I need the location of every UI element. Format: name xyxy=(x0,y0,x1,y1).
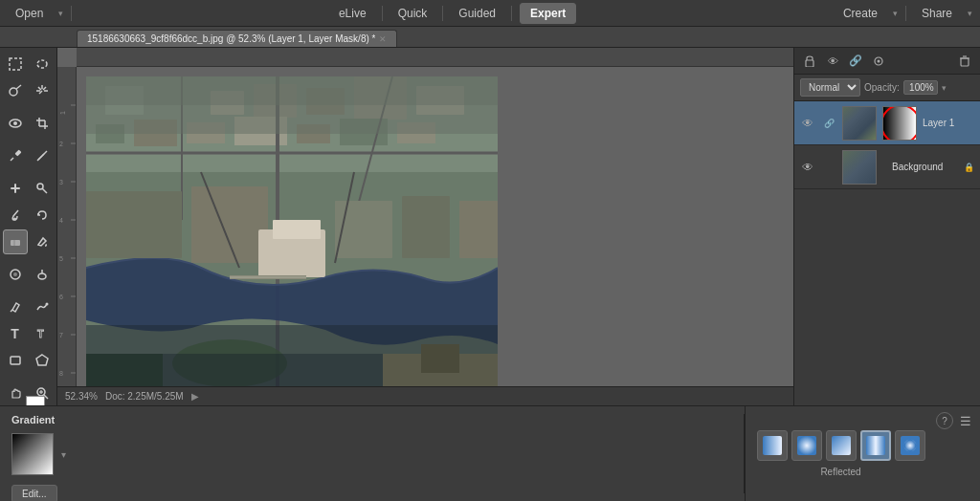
gradient-type-buttons xyxy=(757,430,925,461)
canvas-area[interactable]: -30 -20 -10 0 10 20 30 xyxy=(57,48,793,405)
layer-bg-eye[interactable]: 👁 xyxy=(800,160,815,175)
tool-row-6 xyxy=(3,203,55,228)
menu-quick[interactable]: Quick xyxy=(390,4,435,23)
shape-tool[interactable] xyxy=(3,348,28,373)
quick-selection-tool[interactable] xyxy=(3,78,28,103)
bottom-help-area: ? ☰ xyxy=(936,406,980,501)
clone-tool[interactable] xyxy=(30,176,55,201)
reflected-gradient-btn[interactable] xyxy=(860,430,891,461)
layer-visibility-btn[interactable]: 👁 xyxy=(823,52,842,71)
gradient-dropdown-arrow[interactable]: ▾ xyxy=(61,449,66,460)
bottom-panel: Gradient ▾ Edit... Mode: Normal Dissolve… xyxy=(0,405,980,501)
ruler-left: 1 2 3 4 5 6 7 8 9 xyxy=(57,67,77,405)
spot-healing-tool[interactable] xyxy=(3,176,28,201)
menu-open[interactable]: Open xyxy=(8,4,51,23)
tool-row-8 xyxy=(3,262,55,287)
gradient-panel-title: Gradient xyxy=(11,414,732,425)
svg-point-1 xyxy=(37,60,47,68)
create-arrow[interactable]: ▾ xyxy=(893,9,898,18)
open-arrow[interactable]: ▾ xyxy=(58,9,63,18)
separator-2 xyxy=(382,6,383,21)
history-brush-tool[interactable] xyxy=(30,203,55,228)
blend-mode-select[interactable]: Normal xyxy=(800,78,860,97)
eyedropper-tool[interactable] xyxy=(3,143,28,168)
lasso-tool[interactable] xyxy=(30,52,55,76)
brush-tool[interactable] xyxy=(3,203,28,228)
linear-gradient-btn[interactable] xyxy=(757,430,788,461)
opacity-input[interactable] xyxy=(903,80,938,95)
text-tool[interactable]: T xyxy=(3,321,28,346)
menu-expert[interactable]: Expert xyxy=(520,3,576,24)
freeform-pen-tool[interactable] xyxy=(30,294,55,319)
layer-1-name: Layer 1 xyxy=(923,118,974,128)
background-swatch[interactable] xyxy=(26,396,45,405)
eye-tool[interactable] xyxy=(3,111,28,136)
crop-tool[interactable] xyxy=(30,111,55,136)
status-arrow[interactable]: ▶ xyxy=(191,391,199,402)
svg-line-17 xyxy=(11,158,13,161)
menu-share[interactable]: Share xyxy=(914,4,960,23)
svg-rect-26 xyxy=(11,240,20,246)
svg-rect-124 xyxy=(86,76,498,105)
layer-style-btn[interactable] xyxy=(869,52,888,71)
pen-tool[interactable] xyxy=(3,294,28,319)
zoom-level: 52.34% xyxy=(65,391,98,402)
layer-bg-name: Background xyxy=(892,162,958,172)
layers-list: 👁 🔗 Layer 1 👁 xyxy=(794,101,980,405)
blur-tool[interactable] xyxy=(3,262,28,287)
ruler-top: -30 -20 -10 0 10 20 30 xyxy=(77,48,793,67)
type-mask-tool[interactable]: T xyxy=(30,321,55,346)
svg-rect-118 xyxy=(335,201,392,258)
menu-guided[interactable]: Guided xyxy=(451,4,503,23)
svg-point-135 xyxy=(878,59,880,62)
dodge-tool[interactable] xyxy=(30,262,55,287)
menu-create[interactable]: Create xyxy=(835,4,885,23)
help-button[interactable]: ? xyxy=(936,412,953,429)
edit-button[interactable]: Edit... xyxy=(11,485,57,501)
share-arrow[interactable]: ▾ xyxy=(968,9,972,18)
tool-row-7 xyxy=(3,229,55,254)
opacity-arrow[interactable]: ▾ xyxy=(942,83,947,93)
marquee-rectangular-tool[interactable] xyxy=(3,52,28,76)
settings-menu-btn[interactable]: ☰ xyxy=(957,412,974,429)
tab-file[interactable]: 15186630663_9cf8f66dcc_b.jpg @ 52.3% (La… xyxy=(77,30,397,47)
tool-row-1 xyxy=(3,52,55,76)
diamond-gradient-btn[interactable] xyxy=(895,430,925,461)
gradient-type-panel: Reflected xyxy=(745,406,936,501)
svg-text:6: 6 xyxy=(59,294,63,300)
menu-elive[interactable]: eLive xyxy=(331,4,374,23)
radial-gradient-btn[interactable] xyxy=(791,430,822,461)
delete-layer-btn[interactable] xyxy=(955,52,974,71)
separator-3 xyxy=(442,6,443,21)
layer-1-eye[interactable]: 👁 xyxy=(800,116,815,131)
svg-rect-120 xyxy=(459,201,498,258)
tab-close-icon[interactable]: ✕ xyxy=(379,34,387,44)
main-area: T T xyxy=(0,48,980,405)
svg-text:5: 5 xyxy=(59,255,63,262)
right-panel: 👁 🔗 Normal Opacity: ▾ 👁 🔗 xyxy=(793,48,980,405)
layer-bg-thumb xyxy=(842,150,877,185)
svg-line-7 xyxy=(38,87,41,90)
angle-gradient-btn[interactable] xyxy=(826,430,857,461)
paint-bucket-tool[interactable] xyxy=(30,229,55,254)
layer-1-link[interactable]: 🔗 xyxy=(821,116,836,131)
eraser-tool[interactable] xyxy=(3,229,28,254)
svg-marker-36 xyxy=(36,355,48,365)
svg-text:8: 8 xyxy=(59,370,63,377)
tool-row-3 xyxy=(3,111,55,136)
opacity-label: Opacity: xyxy=(864,82,900,93)
hand-tool[interactable] xyxy=(3,381,28,405)
layer-item-1[interactable]: 👁 🔗 Layer 1 xyxy=(794,101,980,145)
layer-item-bg[interactable]: 👁 Background 🔒 xyxy=(794,145,980,189)
svg-point-2 xyxy=(10,88,17,96)
svg-rect-133 xyxy=(806,60,813,67)
svg-line-3 xyxy=(16,85,21,89)
link-layers-btn[interactable]: 🔗 xyxy=(846,52,865,71)
doc-size: Doc: 2.25M/5.25M xyxy=(105,391,184,402)
lock-tool-btn[interactable] xyxy=(800,52,819,71)
svg-rect-115 xyxy=(191,186,268,263)
ruler-tool[interactable] xyxy=(30,143,55,168)
gradient-preview-box[interactable] xyxy=(11,433,54,475)
magic-wand-tool[interactable] xyxy=(30,78,55,103)
custom-shape-tool[interactable] xyxy=(30,348,55,373)
